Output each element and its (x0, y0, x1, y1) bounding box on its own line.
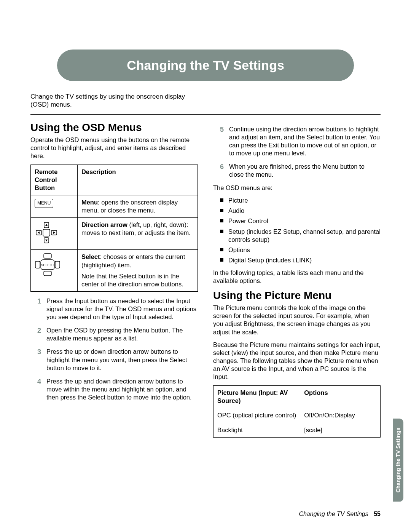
osd-menus-intro: The OSD menus are: (213, 184, 381, 192)
picture-menu-p2: Because the Picture menu maintains setti… (213, 341, 381, 381)
select-button-icon: SELECT (35, 253, 61, 276)
using-osd-heading: Using the OSD Menus (30, 121, 198, 134)
page-intro: Change the TV settings by using the onsc… (30, 93, 198, 109)
side-tab: Changing the TV Settings (393, 419, 403, 502)
ptable-cell: [scale] (300, 423, 381, 437)
svg-rect-11 (35, 261, 40, 268)
list-item: Digital Setup (includes i.LINK) (220, 256, 381, 264)
table-header-description: Description (77, 165, 198, 195)
step-item: Press the up or down direction arrow but… (30, 348, 198, 372)
chapter-title-banner: Changing the TV Settings (57, 50, 354, 81)
list-item: Picture (220, 197, 381, 204)
ptable-cell: Off/On/On:Display (300, 408, 381, 423)
table-row: Direction arrow (left, up, right, down):… (31, 218, 198, 250)
table-header-button: Remote Control Button (31, 165, 78, 195)
ptable-cell: OPC (optical picture control) (213, 408, 300, 423)
picture-menu-p1: The Picture menu controls the look of th… (213, 304, 381, 336)
separator-rule (30, 114, 381, 115)
osd-steps-list-right: Continue using the direction arrow butto… (213, 125, 381, 179)
picture-menu-heading: Using the Picture Menu (213, 289, 381, 302)
ptable-header-options: Options (300, 386, 381, 408)
step-item: Continue using the direction arrow butto… (213, 125, 381, 157)
page-number: 55 (374, 511, 381, 517)
desc-term: Direction arrow (81, 221, 127, 228)
page-footer: Changing the TV Settings 55 (299, 511, 381, 518)
select-button-icon-cell: SELECT (31, 250, 78, 291)
ptable-header-menu: Picture Menu (Input: AV Source) (213, 386, 300, 408)
using-osd-intro: Operate the OSD menus using the buttons … (30, 136, 198, 160)
right-column: Continue using the direction arrow butto… (213, 121, 381, 443)
list-item: Setup (includes EZ Setup, channel setup,… (220, 228, 381, 244)
step-item: Press the up and down direction arrow bu… (30, 377, 198, 401)
picture-menu-table: Picture Menu (Input: AV Source) Options … (213, 385, 381, 437)
list-item: Power Control (220, 217, 381, 225)
list-item: Options (220, 246, 381, 254)
left-column: Using the OSD Menus Operate the OSD menu… (30, 121, 198, 443)
menu-button-icon: MENU (35, 199, 53, 208)
desc-term: Select (81, 253, 100, 260)
step-item: Press the Input button as needed to sele… (30, 297, 198, 321)
osd-outro-text: In the following topics, a table lists e… (213, 269, 381, 285)
svg-rect-4 (43, 229, 50, 236)
svg-rect-10 (44, 271, 51, 276)
menu-button-description: Menu: opens the onscreen display menu, o… (77, 195, 198, 218)
manual-page: Changing the TV Settings Change the TV s… (0, 0, 411, 532)
table-row: Backlight [scale] (213, 423, 381, 437)
osd-steps-list-left: Press the Input button as needed to sele… (30, 297, 198, 401)
select-icon-label: SELECT (41, 263, 54, 267)
table-row: OPC (optical picture control) Off/On/On:… (213, 408, 381, 423)
select-button-description: Select: chooses or enters the current (h… (77, 250, 198, 291)
select-note: Note that the Select button is in the ce… (81, 272, 194, 288)
step-item: Open the OSD by pressing the Menu button… (30, 326, 198, 342)
osd-menus-list: Picture Audio Power Control Setup (inclu… (220, 197, 381, 264)
menu-button-icon-cell: MENU (31, 195, 78, 218)
table-row: MENU Menu: opens the onscreen display me… (31, 195, 198, 218)
svg-rect-12 (55, 261, 60, 268)
remote-buttons-table: Remote Control Button Description MENU M… (30, 165, 198, 292)
list-item: Audio (220, 207, 381, 215)
ptable-cell: Backlight (213, 423, 300, 437)
footer-title: Changing the TV Settings (299, 511, 368, 517)
direction-arrow-description: Direction arrow (left, up, right, down):… (77, 218, 198, 250)
direction-arrow-icon (35, 221, 58, 244)
svg-rect-9 (44, 254, 51, 258)
desc-term: Menu (81, 199, 98, 206)
direction-arrow-icon-cell (31, 218, 78, 250)
step-item: When you are finished, press the Menu bu… (213, 163, 381, 179)
table-row: SELECT Select: chooses or enters the cur… (31, 250, 198, 291)
